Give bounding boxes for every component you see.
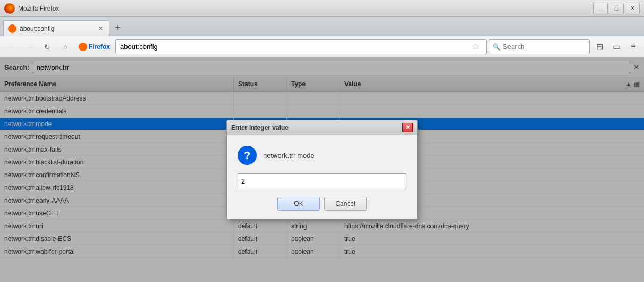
firefox-brand: Firefox — [75, 42, 113, 52]
title-bar-left: Mozilla Firefox — [4, 3, 59, 14]
enter-integer-dialog: Enter integer value ✕ ? network.trr.mode… — [226, 120, 418, 220]
app-logo — [4, 3, 15, 14]
new-tab-button[interactable]: + — [111, 20, 125, 35]
reload-button[interactable]: ↻ — [39, 39, 55, 54]
content-area: Search: ✕ Preference Name Status Type Va… — [0, 57, 644, 282]
modal-integer-input[interactable] — [238, 173, 406, 188]
address-input[interactable] — [120, 43, 467, 51]
app-title: Mozilla Firefox — [18, 5, 59, 12]
forward-button[interactable]: → — [21, 39, 37, 54]
close-button[interactable]: ✕ — [625, 3, 640, 14]
search-icon: 🔍 — [493, 43, 501, 51]
tab-about-config[interactable]: about:config ✕ — [3, 20, 109, 36]
search-box[interactable]: 🔍 — [489, 39, 590, 54]
tab-close-button[interactable]: ✕ — [96, 24, 105, 33]
modal-title: Enter integer value — [231, 124, 289, 131]
sidebar-button[interactable]: ▭ — [609, 39, 624, 54]
library-button[interactable]: ⊟ — [592, 39, 607, 54]
firefox-brand-logo — [79, 43, 87, 51]
reload-icon: ↻ — [44, 43, 50, 51]
search-input[interactable] — [503, 43, 577, 51]
modal-overlay: Enter integer value ✕ ? network.trr.mode… — [0, 57, 644, 282]
tab-bar: about:config ✕ + — [0, 17, 644, 36]
title-bar-controls: ─ □ ✕ — [593, 3, 640, 14]
maximize-button[interactable]: □ — [609, 3, 624, 14]
ok-button[interactable]: OK — [277, 197, 320, 211]
tab-label: about:config — [20, 25, 93, 32]
minimize-button[interactable]: ─ — [593, 3, 608, 14]
forward-icon: → — [26, 43, 33, 51]
modal-info-icon: ? — [238, 146, 257, 165]
modal-body: ? network.trr.mode OK Cancel — [227, 135, 417, 219]
title-bar: Mozilla Firefox ─ □ ✕ — [0, 0, 644, 17]
modal-buttons: OK Cancel — [238, 197, 406, 211]
library-icon: ⊟ — [596, 42, 603, 52]
nav-bar: ← → ↻ ⌂ Firefox ☆ 🔍 ⊟ ▭ ≡ — [0, 36, 644, 57]
tab-favicon — [8, 24, 16, 33]
modal-info-row: ? network.trr.mode — [238, 146, 406, 165]
modal-pref-name: network.trr.mode — [263, 152, 315, 160]
back-icon: ← — [7, 43, 15, 51]
modal-title-bar: Enter integer value ✕ — [227, 120, 417, 135]
sidebar-icon: ▭ — [613, 42, 621, 52]
home-button[interactable]: ⌂ — [57, 39, 73, 54]
back-button[interactable]: ← — [3, 39, 19, 54]
bookmark-star-button[interactable]: ☆ — [469, 40, 482, 53]
modal-close-button[interactable]: ✕ — [402, 123, 413, 132]
menu-button[interactable]: ≡ — [626, 39, 641, 54]
firefox-brand-text: Firefox — [89, 43, 110, 51]
hamburger-icon: ≡ — [631, 42, 635, 52]
address-bar[interactable]: ☆ — [115, 39, 487, 54]
cancel-button[interactable]: Cancel — [324, 197, 367, 211]
home-icon: ⌂ — [63, 43, 67, 51]
